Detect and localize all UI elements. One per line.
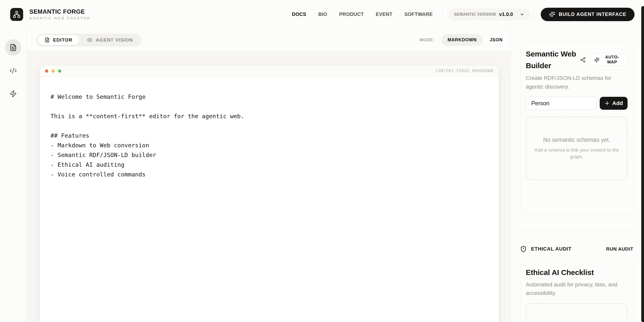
build-agent-interface-button[interactable]: BUILD AGENT INTERFACE bbox=[541, 8, 634, 21]
rail-zap-button[interactable] bbox=[5, 86, 22, 102]
builder-title: Semantic Web Builder bbox=[526, 48, 580, 72]
add-schema-button[interactable]: Add bbox=[600, 97, 628, 110]
auto-map-button[interactable]: AUTO-MAP bbox=[589, 54, 628, 66]
ethical-audit-header: ETHICAL AUDIT RUN AUDIT bbox=[520, 246, 633, 252]
view-tabs: EDITOR AGENT VISION bbox=[36, 34, 141, 46]
file-text-icon bbox=[10, 44, 17, 51]
mode-option-markdown[interactable]: MARKDOWN bbox=[441, 34, 483, 46]
nav-item-product[interactable]: PRODUCT bbox=[339, 12, 364, 17]
sparkles-icon bbox=[549, 11, 555, 18]
chevron-down-icon bbox=[520, 12, 524, 17]
checklist-subtitle: Automated audit for privacy, bias, and a… bbox=[526, 280, 623, 297]
share-button[interactable] bbox=[580, 57, 586, 63]
nav-item-event[interactable]: EVENT bbox=[376, 12, 392, 17]
header-divider bbox=[442, 9, 443, 20]
version-label: SEMANTIC VERSION bbox=[454, 12, 496, 17]
tab-agent-vision[interactable]: AGENT VISION bbox=[80, 35, 140, 45]
network-icon bbox=[13, 11, 20, 18]
app-subtitle: AGENTIC WEB CREATOR bbox=[29, 16, 90, 20]
brand-text: SEMANTIC FORGE AGENTIC WEB CREATOR bbox=[29, 9, 90, 20]
semantic-web-builder-card: Semantic Web Builder bbox=[520, 42, 633, 216]
editor-area: CONTENT.FORGE.MARKDOWN # Welcome to Sema… bbox=[27, 51, 510, 322]
code-icon bbox=[10, 67, 17, 74]
share-icon bbox=[580, 57, 586, 63]
sparkles-icon bbox=[594, 57, 600, 62]
nav-item-software[interactable]: SOFTWARE bbox=[404, 12, 433, 17]
main-nav: DOCS BIO PRODUCT EVENT SOFTWARE bbox=[292, 12, 433, 17]
app-root: SEMANTIC FORGE AGENTIC WEB CREATOR DOCS … bbox=[0, 0, 644, 322]
checklist-title: Ethical AI Checklist bbox=[526, 268, 628, 278]
nav-item-docs[interactable]: DOCS bbox=[292, 12, 306, 17]
rail-code-button[interactable] bbox=[5, 62, 22, 79]
icon-rail bbox=[0, 29, 27, 322]
panel-divider bbox=[520, 230, 633, 230]
schema-input-row: Add bbox=[526, 97, 628, 110]
version-value: v1.0.0 bbox=[499, 12, 513, 17]
schema-type-input[interactable] bbox=[526, 97, 596, 110]
builder-subtitle: Create RDF/JSON-LD schemas for agentic d… bbox=[526, 74, 618, 91]
ethical-audit-label: ETHICAL AUDIT bbox=[531, 246, 572, 252]
add-button-label: Add bbox=[612, 100, 623, 106]
mode-label: MODE: bbox=[420, 38, 435, 42]
mode-option-json[interactable]: JSON bbox=[490, 37, 503, 42]
editor-toolbar: EDITOR AGENT VISION MODE: MARKDOWN JSON bbox=[27, 29, 510, 51]
eye-icon bbox=[87, 37, 92, 43]
ethical-audit-label-group: ETHICAL AUDIT bbox=[520, 246, 572, 252]
brand: SEMANTIC FORGE AGENTIC WEB CREATOR bbox=[10, 8, 90, 21]
schema-empty-state: No semantic schemas yet. Add a schema to… bbox=[526, 117, 628, 180]
checklist-empty-box bbox=[526, 303, 628, 322]
traffic-light-yellow bbox=[52, 70, 55, 73]
tab-editor[interactable]: EDITOR bbox=[38, 35, 80, 45]
editor-window: CONTENT.FORGE.MARKDOWN # Welcome to Sema… bbox=[39, 65, 499, 322]
traffic-light-green bbox=[58, 70, 61, 73]
mode-switch: MODE: MARKDOWN JSON bbox=[420, 34, 503, 46]
top-bar: SEMANTIC FORGE AGENTIC WEB CREATOR DOCS … bbox=[0, 0, 644, 29]
nav-item-bio[interactable]: BIO bbox=[318, 12, 327, 17]
build-button-label: BUILD AGENT INTERFACE bbox=[559, 12, 626, 17]
file-text-icon bbox=[44, 37, 50, 42]
semantic-version-select[interactable]: SEMANTIC VERSION v1.0.0 bbox=[448, 8, 530, 20]
builder-actions: AUTO-MAP bbox=[580, 54, 628, 66]
zap-icon bbox=[10, 90, 17, 98]
rail-document-button[interactable] bbox=[5, 39, 22, 56]
app-logo bbox=[10, 8, 23, 21]
editor-window-title: CONTENT.FORGE.MARKDOWN bbox=[436, 69, 493, 73]
traffic-light-red bbox=[45, 70, 48, 73]
empty-state-hint: Add a schema to link your content to the… bbox=[531, 146, 622, 160]
tab-agent-vision-label: AGENT VISION bbox=[96, 37, 133, 43]
main-area: EDITOR AGENT VISION MODE: MARKDOWN JSON bbox=[27, 29, 510, 322]
tab-editor-label: EDITOR bbox=[53, 37, 72, 43]
markdown-editor-content[interactable]: # Welcome to Semantic Forge This is a **… bbox=[40, 77, 499, 189]
header-divider bbox=[534, 9, 534, 20]
plus-icon bbox=[604, 100, 610, 106]
shield-alert-icon bbox=[520, 246, 527, 252]
run-audit-button[interactable]: RUN AUDIT bbox=[606, 246, 633, 252]
page-scrollbar-thumb[interactable] bbox=[641, 6, 644, 322]
right-panel: Semantic Web Builder bbox=[510, 29, 644, 322]
editor-window-titlebar: CONTENT.FORGE.MARKDOWN bbox=[40, 66, 499, 77]
auto-map-label: AUTO-MAP bbox=[602, 55, 622, 65]
app-title: SEMANTIC FORGE bbox=[29, 9, 90, 15]
ethical-checklist-card: Ethical AI Checklist Automated audit for… bbox=[520, 261, 633, 322]
builder-header: Semantic Web Builder bbox=[526, 48, 628, 72]
empty-state-title: No semantic schemas yet. bbox=[543, 136, 610, 143]
